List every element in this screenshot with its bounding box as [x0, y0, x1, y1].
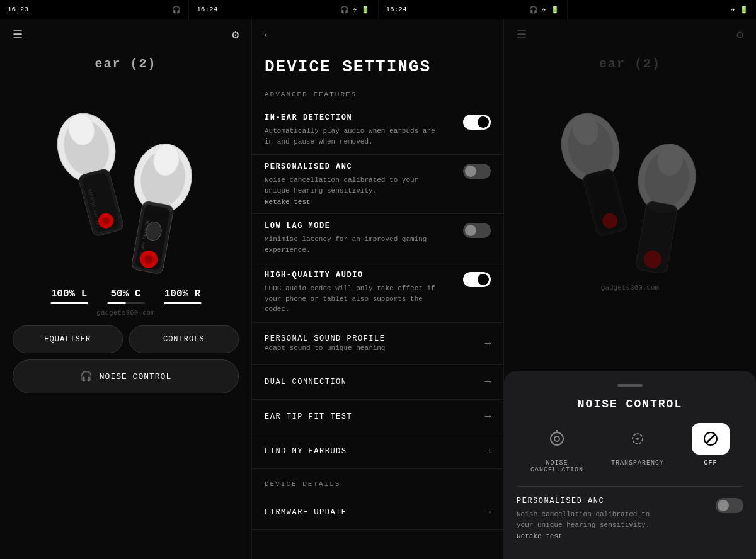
arrow-dual-connection: → — [484, 376, 491, 388]
setting-low-lag-content: LOW LAG MODE Minimise latency for an imp… — [265, 222, 441, 255]
svg-point-28 — [551, 432, 563, 445]
gear-icon-3[interactable]: ⚙ — [736, 28, 743, 42]
device-logo: ear (2) — [94, 57, 156, 71]
hamburger-icon[interactable]: ☰ — [13, 28, 23, 42]
setting-in-ear-name: IN-EAR DETECTION — [265, 113, 441, 122]
retake-test-link-2[interactable]: Retake test — [517, 533, 655, 540]
in-ear-toggle[interactable] — [463, 115, 491, 130]
controls-button[interactable]: CONTROLS — [129, 325, 239, 353]
nav-firmware-name: FIRMWARE UPDATE — [265, 508, 347, 517]
setting-hq-audio-content: HIGH-QUALITY AUDIO LHDC audio codec will… — [265, 271, 441, 315]
setting-anc-row: PERSONALISED ANC Noise cancellation cali… — [265, 162, 491, 206]
off-icon — [692, 423, 730, 455]
hq-audio-toggle[interactable] — [463, 272, 491, 287]
battery-row: 100% L 50% C 100% R — [50, 288, 202, 304]
noise-icon: 🎧 — [80, 370, 93, 383]
setting-anc: PERSONALISED ANC Noise cancellation cali… — [252, 155, 503, 214]
battery-right: 100% R — [164, 288, 202, 304]
overlay-setting-name: PERSONALISED ANC — [517, 497, 655, 505]
transparency-label: TRANSPARENCY — [611, 460, 664, 466]
arrow-personal-sound: → — [484, 338, 491, 349]
arrow-firmware: → — [484, 507, 491, 518]
nav-ear-tip-name: EAR TIP FIT TEST — [265, 412, 352, 421]
overlay-setting: PERSONALISED ANC Noise cancellation cali… — [517, 486, 743, 540]
nav-ear-tip[interactable]: EAR TIP FIT TEST → — [252, 400, 503, 434]
retake-test-link-1[interactable]: Retake test — [265, 198, 441, 206]
time-3: 16:24 — [386, 6, 407, 13]
panels-container: ☰ ⚙ ear (2) NOTHING ear (2) — [0, 19, 756, 559]
earbuds-image: NOTHING ear (2) NOTHING ear (2) — [32, 77, 220, 279]
svg-line-33 — [706, 434, 715, 443]
transparency-icon — [619, 423, 656, 455]
setting-low-lag-desc: Minimise latency for an improved gaming … — [265, 234, 441, 255]
battery-right-bar — [164, 302, 202, 304]
settings-title: DEVICE SETTINGS — [252, 51, 503, 86]
setting-hq-audio-name: HIGH-QUALITY AUDIO — [265, 271, 441, 280]
status-bar-2: 16:24 🎧 ✈ 🔋 — [189, 0, 378, 19]
setting-anc-desc: Noise cancellation calibrated to your un… — [265, 175, 441, 196]
battery-center-bar — [107, 302, 145, 304]
nav-find-earbuds-name: FIND MY EARBUDS — [265, 447, 347, 456]
arrow-find-earbuds: → — [484, 446, 491, 457]
arrow-ear-tip: → — [484, 411, 491, 422]
low-lag-toggle[interactable] — [463, 223, 491, 238]
panel-right: ☰ ⚙ ear (2) — [504, 19, 756, 559]
svg-point-29 — [554, 436, 559, 441]
nav-dual-connection[interactable]: DUAL CONNECTION → — [252, 365, 503, 400]
setting-anc-content: PERSONALISED ANC Noise cancellation cali… — [265, 162, 441, 206]
overlay-handle — [617, 384, 643, 387]
nav-firmware[interactable]: FIRMWARE UPDATE → — [252, 495, 503, 530]
anc-toggle-knob — [465, 166, 476, 177]
battery-center-fill — [107, 302, 126, 304]
panel-earbuds: ☰ ⚙ ear (2) NOTHING ear (2) — [0, 19, 252, 559]
setting-in-ear-row: IN-EAR DETECTION Automatically play audi… — [265, 113, 491, 147]
setting-in-ear-content: IN-EAR DETECTION Automatically play audi… — [265, 113, 441, 147]
setting-hq-audio-desc: LHDC audio codec will only take effect i… — [265, 283, 441, 315]
noise-option-transparency[interactable]: TRANSPARENCY — [611, 423, 664, 473]
status-bar-1: 16:23 🎧 — [0, 0, 189, 19]
setting-hq-audio-row: HIGH-QUALITY AUDIO LHDC audio codec will… — [265, 271, 491, 315]
noise-control-button[interactable]: 🎧 NOISE CONTROL — [13, 359, 239, 393]
off-label: OFF — [704, 460, 717, 466]
panel-right-header: ☰ ⚙ — [504, 19, 756, 50]
battery-left: 100% L — [50, 288, 88, 304]
low-lag-toggle-knob — [465, 225, 476, 236]
panel-earbuds-header: ☰ ⚙ — [0, 19, 251, 50]
battery-center: 50% C — [107, 288, 145, 304]
noise-option-off[interactable]: OFF — [692, 423, 730, 473]
battery-right-label: 100% R — [164, 288, 202, 300]
gear-icon[interactable]: ⚙ — [232, 28, 239, 42]
icons-2: 🎧 ✈ 🔋 — [340, 6, 370, 14]
nav-personal-sound-content: PERSONAL SOUND PROFILE Adapt sound to un… — [265, 334, 385, 354]
action-buttons: EQUALISER CONTROLS — [0, 325, 251, 353]
setting-low-lag: LOW LAG MODE Minimise latency for an imp… — [252, 214, 503, 263]
overlay-setting-desc: Noise cancellation calibrated to your un… — [517, 509, 655, 530]
anc-toggle[interactable] — [463, 164, 491, 179]
earbuds-dim-image — [536, 77, 724, 273]
panel-settings: ← ☰ DEVICE SETTINGS ADVANCED FEATURES IN… — [252, 19, 504, 559]
noise-control-overlay: NOISE CONTROL NOISECANCELLATION — [504, 371, 756, 559]
noise-option-cancellation[interactable]: NOISECANCELLATION — [530, 423, 583, 473]
svg-point-32 — [636, 438, 639, 440]
noise-cancellation-icon — [538, 423, 576, 455]
overlay-setting-content: PERSONALISED ANC Noise cancellation cali… — [517, 497, 655, 540]
setting-anc-name: PERSONALISED ANC — [265, 162, 441, 171]
watermark-3: gadgets360.com — [601, 284, 659, 291]
nav-find-earbuds[interactable]: FIND MY EARBUDS → — [252, 434, 503, 469]
overlay-anc-toggle[interactable] — [716, 498, 743, 513]
hamburger-icon-3[interactable]: ☰ — [517, 28, 527, 42]
settings-header: ← ☰ — [252, 19, 503, 51]
setting-hq-audio: HIGH-QUALITY AUDIO LHDC audio codec will… — [252, 263, 503, 323]
back-button[interactable]: ← — [265, 28, 272, 42]
advanced-features-label: ADVANCED FEATURES — [252, 86, 503, 106]
setting-in-ear-desc: Automatically play audio when earbuds ar… — [265, 126, 441, 147]
noise-cancellation-label: NOISECANCELLATION — [530, 460, 583, 473]
icons-4: ✈ 🔋 — [731, 6, 748, 14]
nav-personal-sound[interactable]: PERSONAL SOUND PROFILE Adapt sound to un… — [252, 323, 503, 366]
hq-audio-toggle-knob — [478, 274, 489, 285]
icons-1: 🎧 — [172, 6, 181, 14]
battery-right-fill — [164, 302, 202, 304]
in-ear-toggle-knob — [478, 116, 489, 128]
noise-options: NOISECANCELLATION TRANSPARENCY — [517, 423, 743, 473]
equaliser-button[interactable]: EQUALISER — [13, 325, 123, 353]
